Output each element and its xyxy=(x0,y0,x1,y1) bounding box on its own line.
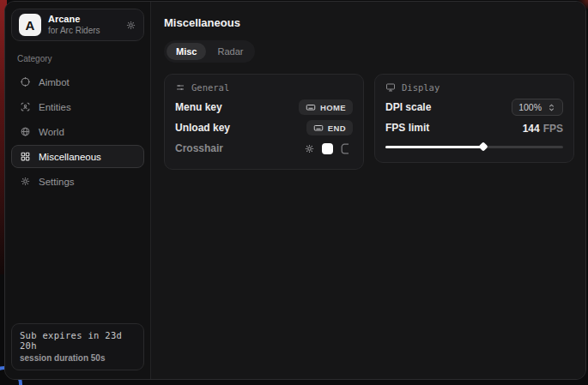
gear-icon xyxy=(20,176,31,187)
app-window: A Arcane for Arc Riders Category Aimbot xyxy=(4,1,586,380)
page-title: Miscellaneous xyxy=(164,16,574,29)
subscription-card: Sub expires in 23d 20h session duration … xyxy=(11,323,144,370)
session-duration: session duration 50s xyxy=(20,353,136,363)
tab-bar: Misc Radar xyxy=(164,40,255,63)
slider-thumb[interactable] xyxy=(478,141,488,151)
unload-key-button[interactable]: END xyxy=(306,120,353,135)
sliders-icon xyxy=(175,82,185,93)
profile-card: A Arcane for Arc Riders xyxy=(11,9,144,41)
sidebar-item-label: Aimbot xyxy=(39,77,70,87)
sidebar-item-miscellaneous[interactable]: Miscellaneous xyxy=(11,145,144,168)
gear-icon[interactable] xyxy=(304,143,315,154)
dpi-scale-row: DPI scale 100% xyxy=(385,97,563,117)
scan-icon xyxy=(20,101,31,112)
menu-key-button[interactable]: HOME xyxy=(299,99,353,115)
crosshair-icon xyxy=(20,76,31,87)
app-name: Arcane xyxy=(48,14,100,26)
unload-key-row: Unload key END xyxy=(175,117,353,138)
main-panel: Miscellaneous Misc Radar General Menu ke… xyxy=(151,2,586,379)
sidebar-item-label: World xyxy=(39,127,64,137)
fps-limit-unit: FPS xyxy=(543,123,563,135)
fps-limit-label: FPS limit xyxy=(385,122,429,134)
crosshair-row: Crosshair xyxy=(175,138,353,159)
monitor-icon xyxy=(385,82,396,93)
keyboard-icon xyxy=(306,102,316,112)
globe-icon xyxy=(20,126,31,137)
fps-limit-row: FPS limit 144FPS xyxy=(385,117,563,138)
sidebar-item-settings[interactable]: Settings xyxy=(11,170,144,193)
sidebar-item-world[interactable]: World xyxy=(11,120,144,143)
crosshair-color-swatch[interactable] xyxy=(322,143,333,154)
chevrons-up-down-icon xyxy=(547,103,556,112)
keyboard-icon xyxy=(313,123,324,133)
general-card: General Menu key HOME Unload key xyxy=(164,74,364,170)
subscription-expiry: Sub expires in 23d 20h xyxy=(20,330,136,351)
dpi-scale-select[interactable]: 100% xyxy=(512,99,563,116)
sidebar-item-label: Settings xyxy=(39,177,75,187)
sidebar-item-aimbot[interactable]: Aimbot xyxy=(11,70,144,93)
fps-limit-slider[interactable] xyxy=(385,142,563,152)
sidebar-item-entities[interactable]: Entities xyxy=(11,95,144,118)
card-title: Display xyxy=(402,82,439,93)
app-logo: A xyxy=(19,14,41,36)
tab-radar[interactable]: Radar xyxy=(208,43,252,60)
crosshair-checkbox[interactable] xyxy=(340,142,353,155)
dpi-scale-label: DPI scale xyxy=(385,101,431,113)
slider-fill xyxy=(385,146,483,148)
unload-key-label: Unload key xyxy=(175,122,230,134)
sidebar: A Arcane for Arc Riders Category Aimbot xyxy=(5,2,151,379)
menu-key-label: Menu key xyxy=(175,101,222,113)
app-subtitle: for Arc Riders xyxy=(48,26,100,37)
category-label: Category xyxy=(17,54,138,63)
card-title: General xyxy=(191,82,229,93)
crosshair-label: Crosshair xyxy=(175,142,223,154)
sidebar-item-label: Entities xyxy=(39,102,71,112)
fps-limit-value: 144 xyxy=(523,123,540,135)
display-card: Display DPI scale 100% FPS limit xyxy=(374,74,574,163)
menu-key-row: Menu key HOME xyxy=(175,97,353,117)
tab-misc[interactable]: Misc xyxy=(167,43,206,60)
gear-icon[interactable] xyxy=(125,20,136,31)
grid-icon xyxy=(20,151,31,162)
sidebar-item-label: Miscellaneous xyxy=(39,152,101,162)
